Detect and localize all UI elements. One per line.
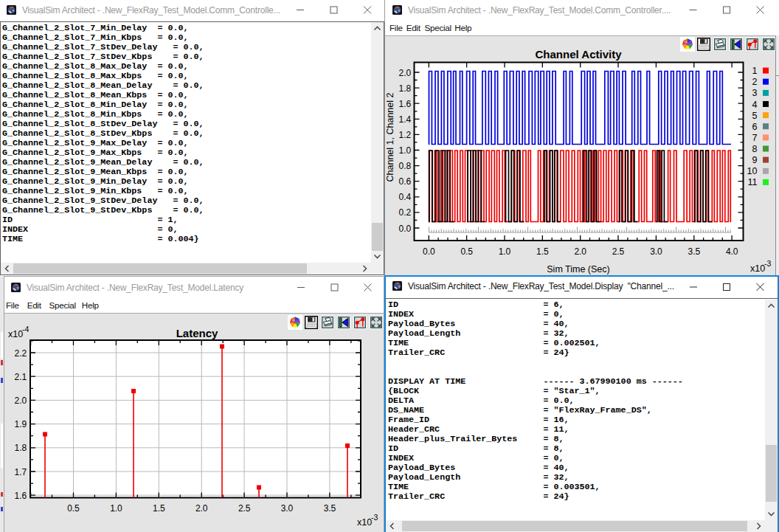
- svg-text:1.9: 1.9: [15, 419, 27, 429]
- svg-text:1.5: 1.5: [536, 246, 549, 257]
- svg-text:1.8: 1.8: [399, 83, 412, 94]
- svg-text:5: 5: [752, 111, 758, 121]
- svg-text:1.4: 1.4: [399, 114, 412, 125]
- svg-text:3.0: 3.0: [281, 503, 294, 514]
- svg-text:1.6: 1.6: [399, 99, 412, 109]
- svg-text:0.0: 0.0: [423, 246, 435, 257]
- svg-text:1.2: 1.2: [399, 130, 412, 140]
- svg-text:11: 11: [748, 177, 758, 187]
- svg-text:6: 6: [752, 122, 758, 132]
- svg-text:8: 8: [752, 144, 758, 154]
- svg-text:x10: x10: [8, 329, 23, 339]
- svg-text:2.1: 2.1: [15, 372, 27, 382]
- svg-text:10: 10: [747, 166, 758, 176]
- svg-text:2.0: 2.0: [575, 246, 587, 257]
- svg-text:1.0: 1.0: [399, 145, 412, 156]
- svg-text:1.7: 1.7: [15, 467, 27, 477]
- svg-text:-3: -3: [764, 259, 771, 268]
- svg-text:0.0: 0.0: [399, 224, 412, 234]
- svg-text:1.0: 1.0: [110, 503, 122, 514]
- svg-text:1.8: 1.8: [15, 443, 27, 453]
- svg-text:1: 1: [752, 66, 758, 76]
- svg-text:1.0: 1.0: [499, 246, 511, 257]
- svg-text:9: 9: [752, 155, 758, 165]
- svg-text:3: 3: [752, 88, 758, 98]
- svg-text:0.5: 0.5: [460, 246, 473, 257]
- svg-text:7: 7: [752, 133, 758, 143]
- svg-text:3.5: 3.5: [688, 246, 701, 257]
- svg-text:2.0: 2.0: [195, 503, 208, 514]
- svg-text:2: 2: [752, 77, 758, 87]
- svg-text:Latency: Latency: [176, 327, 218, 339]
- svg-text:Channel Activity: Channel Activity: [536, 48, 623, 61]
- svg-text:3.0: 3.0: [650, 246, 662, 257]
- svg-text:-3: -3: [371, 513, 378, 522]
- svg-text:2.0: 2.0: [399, 68, 412, 78]
- svg-text:0.5: 0.5: [67, 503, 80, 514]
- svg-text:2.5: 2.5: [612, 246, 625, 257]
- svg-text:Channel 1, Channel 2: Channel 1, Channel 2: [385, 92, 395, 182]
- svg-text:0.2: 0.2: [399, 207, 412, 218]
- svg-text:x10: x10: [357, 517, 372, 528]
- svg-text:0.8: 0.8: [399, 161, 412, 171]
- svg-text:Sim Time (Sec): Sim Time (Sec): [547, 264, 609, 274]
- svg-text:4: 4: [752, 100, 758, 110]
- svg-text:-4: -4: [22, 325, 29, 334]
- svg-text:2.5: 2.5: [238, 503, 251, 514]
- svg-text:1.6: 1.6: [15, 491, 27, 501]
- svg-text:2.2: 2.2: [15, 348, 27, 359]
- svg-text:4.0: 4.0: [726, 246, 738, 257]
- svg-text:0.4: 0.4: [399, 192, 412, 202]
- svg-text:x10: x10: [750, 263, 765, 274]
- svg-text:3.5: 3.5: [324, 503, 336, 514]
- svg-text:2.0: 2.0: [15, 395, 27, 406]
- svg-text:1.5: 1.5: [153, 503, 165, 514]
- svg-text:0.6: 0.6: [399, 176, 412, 187]
